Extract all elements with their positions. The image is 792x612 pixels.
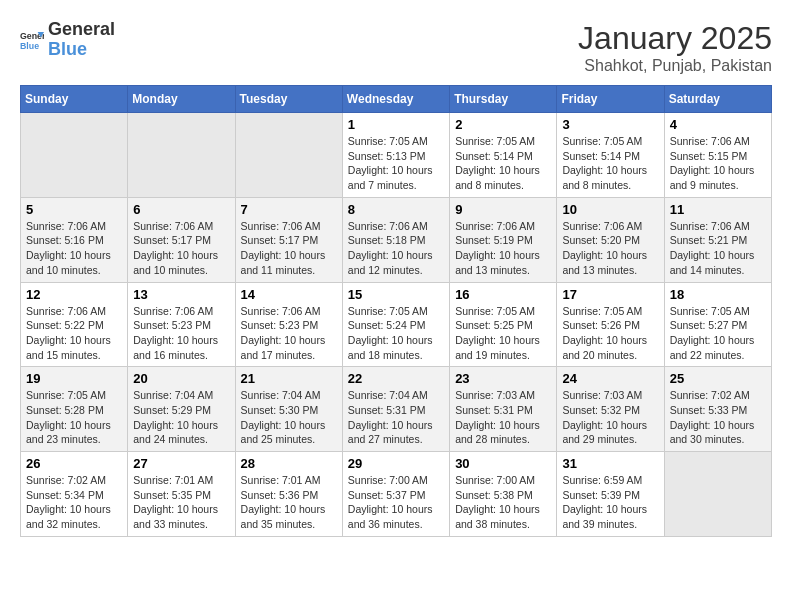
calendar-cell: 12Sunrise: 7:06 AMSunset: 5:22 PMDayligh… <box>21 282 128 367</box>
day-info: Sunrise: 7:01 AMSunset: 5:36 PMDaylight:… <box>241 473 337 532</box>
calendar-cell: 22Sunrise: 7:04 AMSunset: 5:31 PMDayligh… <box>342 367 449 452</box>
calendar-cell: 4Sunrise: 7:06 AMSunset: 5:15 PMDaylight… <box>664 113 771 198</box>
day-number: 24 <box>562 371 658 386</box>
calendar-cell: 2Sunrise: 7:05 AMSunset: 5:14 PMDaylight… <box>450 113 557 198</box>
header-sunday: Sunday <box>21 86 128 113</box>
day-info: Sunrise: 7:06 AMSunset: 5:17 PMDaylight:… <box>133 219 229 278</box>
day-number: 13 <box>133 287 229 302</box>
calendar-cell: 21Sunrise: 7:04 AMSunset: 5:30 PMDayligh… <box>235 367 342 452</box>
day-info: Sunrise: 7:03 AMSunset: 5:32 PMDaylight:… <box>562 388 658 447</box>
calendar-cell: 25Sunrise: 7:02 AMSunset: 5:33 PMDayligh… <box>664 367 771 452</box>
calendar-cell: 20Sunrise: 7:04 AMSunset: 5:29 PMDayligh… <box>128 367 235 452</box>
week-row-3: 12Sunrise: 7:06 AMSunset: 5:22 PMDayligh… <box>21 282 772 367</box>
week-row-4: 19Sunrise: 7:05 AMSunset: 5:28 PMDayligh… <box>21 367 772 452</box>
calendar-cell: 24Sunrise: 7:03 AMSunset: 5:32 PMDayligh… <box>557 367 664 452</box>
day-info: Sunrise: 7:05 AMSunset: 5:26 PMDaylight:… <box>562 304 658 363</box>
calendar-cell: 28Sunrise: 7:01 AMSunset: 5:36 PMDayligh… <box>235 452 342 537</box>
day-number: 26 <box>26 456 122 471</box>
calendar-cell: 16Sunrise: 7:05 AMSunset: 5:25 PMDayligh… <box>450 282 557 367</box>
day-number: 20 <box>133 371 229 386</box>
day-info: Sunrise: 7:06 AMSunset: 5:16 PMDaylight:… <box>26 219 122 278</box>
day-info: Sunrise: 7:05 AMSunset: 5:14 PMDaylight:… <box>562 134 658 193</box>
day-number: 3 <box>562 117 658 132</box>
day-number: 14 <box>241 287 337 302</box>
day-info: Sunrise: 7:06 AMSunset: 5:18 PMDaylight:… <box>348 219 444 278</box>
calendar-cell <box>128 113 235 198</box>
calendar-cell: 14Sunrise: 7:06 AMSunset: 5:23 PMDayligh… <box>235 282 342 367</box>
day-number: 27 <box>133 456 229 471</box>
header-wednesday: Wednesday <box>342 86 449 113</box>
day-info: Sunrise: 7:04 AMSunset: 5:30 PMDaylight:… <box>241 388 337 447</box>
day-info: Sunrise: 7:04 AMSunset: 5:31 PMDaylight:… <box>348 388 444 447</box>
day-number: 25 <box>670 371 766 386</box>
main-title: January 2025 <box>578 20 772 57</box>
day-info: Sunrise: 7:02 AMSunset: 5:33 PMDaylight:… <box>670 388 766 447</box>
day-number: 1 <box>348 117 444 132</box>
day-number: 18 <box>670 287 766 302</box>
day-number: 4 <box>670 117 766 132</box>
day-info: Sunrise: 7:04 AMSunset: 5:29 PMDaylight:… <box>133 388 229 447</box>
calendar-cell <box>235 113 342 198</box>
header-monday: Monday <box>128 86 235 113</box>
calendar-cell: 17Sunrise: 7:05 AMSunset: 5:26 PMDayligh… <box>557 282 664 367</box>
logo: General Blue General Blue <box>20 20 115 60</box>
calendar-cell <box>664 452 771 537</box>
calendar-cell: 1Sunrise: 7:05 AMSunset: 5:13 PMDaylight… <box>342 113 449 198</box>
day-info: Sunrise: 7:06 AMSunset: 5:20 PMDaylight:… <box>562 219 658 278</box>
calendar-cell: 23Sunrise: 7:03 AMSunset: 5:31 PMDayligh… <box>450 367 557 452</box>
day-info: Sunrise: 7:06 AMSunset: 5:15 PMDaylight:… <box>670 134 766 193</box>
logo-icon: General Blue <box>20 28 44 52</box>
day-number: 12 <box>26 287 122 302</box>
calendar-cell: 13Sunrise: 7:06 AMSunset: 5:23 PMDayligh… <box>128 282 235 367</box>
header-thursday: Thursday <box>450 86 557 113</box>
calendar-cell: 31Sunrise: 6:59 AMSunset: 5:39 PMDayligh… <box>557 452 664 537</box>
calendar-cell: 7Sunrise: 7:06 AMSunset: 5:17 PMDaylight… <box>235 197 342 282</box>
week-row-2: 5Sunrise: 7:06 AMSunset: 5:16 PMDaylight… <box>21 197 772 282</box>
day-info: Sunrise: 7:05 AMSunset: 5:14 PMDaylight:… <box>455 134 551 193</box>
calendar-cell: 19Sunrise: 7:05 AMSunset: 5:28 PMDayligh… <box>21 367 128 452</box>
day-number: 9 <box>455 202 551 217</box>
day-number: 22 <box>348 371 444 386</box>
day-info: Sunrise: 7:02 AMSunset: 5:34 PMDaylight:… <box>26 473 122 532</box>
header-saturday: Saturday <box>664 86 771 113</box>
week-row-5: 26Sunrise: 7:02 AMSunset: 5:34 PMDayligh… <box>21 452 772 537</box>
week-row-1: 1Sunrise: 7:05 AMSunset: 5:13 PMDaylight… <box>21 113 772 198</box>
logo-text: General Blue <box>48 20 115 60</box>
day-info: Sunrise: 7:06 AMSunset: 5:23 PMDaylight:… <box>241 304 337 363</box>
day-number: 2 <box>455 117 551 132</box>
subtitle: Shahkot, Punjab, Pakistan <box>578 57 772 75</box>
day-number: 5 <box>26 202 122 217</box>
day-number: 10 <box>562 202 658 217</box>
day-number: 7 <box>241 202 337 217</box>
day-number: 16 <box>455 287 551 302</box>
day-info: Sunrise: 6:59 AMSunset: 5:39 PMDaylight:… <box>562 473 658 532</box>
day-info: Sunrise: 7:06 AMSunset: 5:22 PMDaylight:… <box>26 304 122 363</box>
day-info: Sunrise: 7:03 AMSunset: 5:31 PMDaylight:… <box>455 388 551 447</box>
calendar-cell <box>21 113 128 198</box>
day-number: 29 <box>348 456 444 471</box>
day-info: Sunrise: 7:01 AMSunset: 5:35 PMDaylight:… <box>133 473 229 532</box>
day-info: Sunrise: 7:06 AMSunset: 5:19 PMDaylight:… <box>455 219 551 278</box>
title-block: January 2025 Shahkot, Punjab, Pakistan <box>578 20 772 75</box>
svg-text:Blue: Blue <box>20 41 39 51</box>
day-info: Sunrise: 7:00 AMSunset: 5:37 PMDaylight:… <box>348 473 444 532</box>
calendar-cell: 18Sunrise: 7:05 AMSunset: 5:27 PMDayligh… <box>664 282 771 367</box>
page-header: General Blue General Blue January 2025 S… <box>20 20 772 75</box>
day-number: 30 <box>455 456 551 471</box>
calendar-table: SundayMondayTuesdayWednesdayThursdayFrid… <box>20 85 772 537</box>
day-number: 8 <box>348 202 444 217</box>
calendar-cell: 9Sunrise: 7:06 AMSunset: 5:19 PMDaylight… <box>450 197 557 282</box>
day-info: Sunrise: 7:05 AMSunset: 5:27 PMDaylight:… <box>670 304 766 363</box>
header-tuesday: Tuesday <box>235 86 342 113</box>
day-number: 28 <box>241 456 337 471</box>
day-info: Sunrise: 7:05 AMSunset: 5:28 PMDaylight:… <box>26 388 122 447</box>
calendar-cell: 30Sunrise: 7:00 AMSunset: 5:38 PMDayligh… <box>450 452 557 537</box>
day-number: 23 <box>455 371 551 386</box>
day-info: Sunrise: 7:05 AMSunset: 5:24 PMDaylight:… <box>348 304 444 363</box>
calendar-cell: 15Sunrise: 7:05 AMSunset: 5:24 PMDayligh… <box>342 282 449 367</box>
calendar-cell: 29Sunrise: 7:00 AMSunset: 5:37 PMDayligh… <box>342 452 449 537</box>
calendar-header-row: SundayMondayTuesdayWednesdayThursdayFrid… <box>21 86 772 113</box>
day-info: Sunrise: 7:06 AMSunset: 5:17 PMDaylight:… <box>241 219 337 278</box>
calendar-cell: 8Sunrise: 7:06 AMSunset: 5:18 PMDaylight… <box>342 197 449 282</box>
day-info: Sunrise: 7:06 AMSunset: 5:21 PMDaylight:… <box>670 219 766 278</box>
